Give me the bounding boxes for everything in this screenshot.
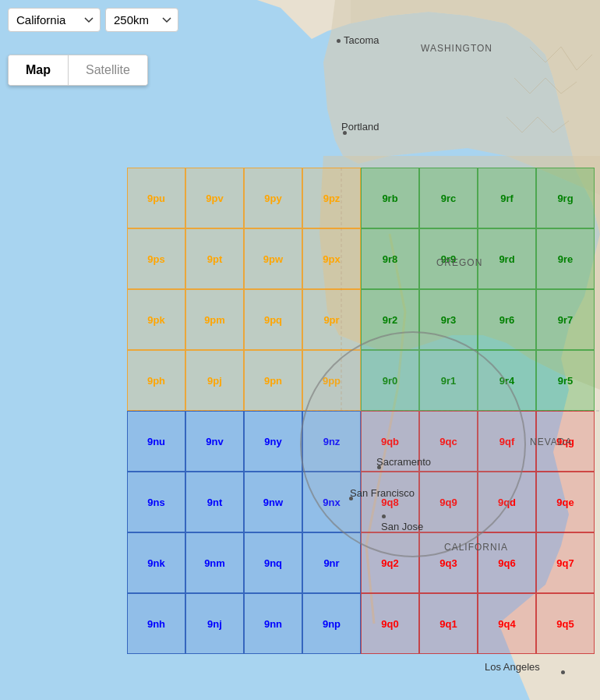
satellite-button[interactable]: Satellite	[69, 55, 147, 85]
map-container: 9pu9pv9py9pz9rb9rc9rf9rg9ps9pt9pw9px9r89…	[0, 0, 600, 700]
city-dot-portland	[343, 131, 347, 135]
city-dot-sacramento	[377, 465, 381, 469]
controls-panel: California Oregon Washington Nevada 100k…	[8, 8, 178, 32]
location-select[interactable]: California Oregon Washington Nevada	[8, 8, 101, 32]
city-dot-los_angeles	[561, 670, 565, 674]
city-dot-san_jose	[382, 514, 386, 518]
map-svg	[0, 0, 600, 700]
city-dot-san_francisco	[349, 497, 353, 500]
city-dot-tacoma	[337, 39, 341, 43]
map-satellite-toggle: Map Satellite	[8, 55, 148, 86]
map-button[interactable]: Map	[9, 55, 68, 85]
radius-select[interactable]: 100km 250km 500km 1000km	[105, 8, 178, 32]
